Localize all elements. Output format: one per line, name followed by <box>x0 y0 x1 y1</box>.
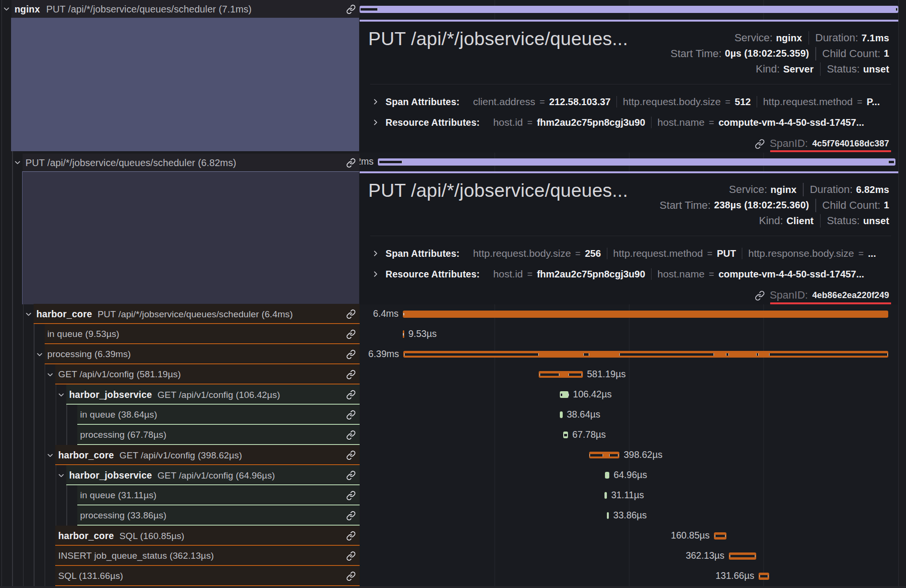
span-link-button[interactable] <box>346 4 356 14</box>
span-row[interactable]: SQL (131.66µs) <box>0 566 360 586</box>
chevron-down-icon <box>58 472 65 479</box>
span-row[interactable]: PUT /api/*/jobservice/queues/scheduler (… <box>0 154 360 171</box>
span-attributes-expander[interactable] <box>372 250 379 257</box>
span-duration-bar[interactable] <box>360 6 898 13</box>
span-link-button[interactable] <box>346 349 356 359</box>
span-operation-name: GET /api/v1/config (398.62µs) <box>120 450 242 460</box>
span-link-button[interactable] <box>346 370 356 379</box>
span-duration-bar[interactable] <box>605 472 610 479</box>
resource-attributes-expander[interactable] <box>372 119 379 126</box>
span-row[interactable]: INSERT job_queue_status (362.13µs) <box>0 546 360 566</box>
span-duration-bar[interactable] <box>729 552 756 560</box>
span-duration-bar[interactable] <box>539 371 583 378</box>
span-link-button[interactable] <box>346 329 356 339</box>
resource-attributes-row: Resource Attributes:host.id=fhm2au2c75pn… <box>372 268 885 280</box>
attribute-separator <box>757 96 758 108</box>
span-duration-bar[interactable] <box>403 330 404 338</box>
meta-key: Status: <box>827 215 859 227</box>
attribute-value: 256 <box>585 248 601 259</box>
attribute-pair: http.request.body.size=512 <box>623 96 750 108</box>
span-duration-bar[interactable] <box>589 452 619 458</box>
span-link-button[interactable] <box>346 309 356 319</box>
span-link-button[interactable] <box>346 430 356 440</box>
span-row[interactable]: nginxPUT /api/*/jobservice/queues/schedu… <box>0 0 360 18</box>
expand-chevron[interactable] <box>58 472 65 479</box>
span-duration-bar[interactable] <box>759 573 769 580</box>
attribute-separator <box>742 248 743 259</box>
span-row[interactable]: in queue (31.11µs) <box>0 485 360 505</box>
selected-span-highlight[interactable] <box>11 18 359 151</box>
span-duration-bar[interactable] <box>378 158 895 166</box>
span-duration-bar[interactable] <box>403 351 888 358</box>
span-row[interactable]: harbor_jobserviceGET /api/v1/config (64.… <box>0 465 360 485</box>
meta-key: Start Time: <box>671 48 722 60</box>
attribute-pair: client.address=212.58.103.37 <box>473 96 611 108</box>
span-link-button[interactable] <box>346 450 356 460</box>
span-duration-bar[interactable] <box>560 411 563 418</box>
expand-chevron[interactable] <box>47 371 54 378</box>
span-meta-block: Service:nginxDuration:7.1msStart Time:0µ… <box>671 32 890 75</box>
span-duration-bar[interactable] <box>560 391 568 398</box>
expand-chevron[interactable] <box>25 311 32 318</box>
span-link-button[interactable] <box>346 410 356 420</box>
span-duration-bar[interactable] <box>607 512 609 519</box>
span-operation-name: PUT /api/*/jobservice/queues/scheduler (… <box>97 309 293 319</box>
bar-uncovered-stripe <box>730 555 755 557</box>
span-link-button[interactable] <box>346 551 356 561</box>
span-row[interactable]: harbor_coreGET /api/v1/config (398.62µs) <box>0 445 360 465</box>
span-row[interactable]: harbor_coreSQL (160.85µs) <box>0 526 360 546</box>
span-duration-bar[interactable] <box>563 432 568 438</box>
span-link-button[interactable] <box>346 470 356 480</box>
span-row[interactable]: processing (67.78µs) <box>0 425 360 445</box>
span-operation-name: processing (33.86µs) <box>80 510 167 520</box>
attribute-pair: host.name=compute-vm-4-4-50-ssd-17457... <box>657 268 864 280</box>
resource-attributes-expander[interactable] <box>372 270 379 278</box>
span-row[interactable]: harbor_corePUT /api/*/jobservice/queues/… <box>0 304 360 324</box>
span-duration-bar[interactable] <box>403 311 888 318</box>
timeline-right-edge <box>898 0 899 588</box>
span-row[interactable]: in queue (38.64µs) <box>0 405 360 425</box>
equals-sign: = <box>857 96 862 107</box>
span-row[interactable]: GET /api/v1/config (581.19µs) <box>0 364 360 384</box>
bar-uncovered-stripe <box>403 313 404 315</box>
expand-chevron[interactable] <box>14 159 21 166</box>
span-link-button[interactable] <box>346 390 356 399</box>
span-duration-bar[interactable] <box>604 492 607 499</box>
equals-sign: = <box>707 248 713 259</box>
equals-sign: = <box>527 269 532 279</box>
span-meta-line: Service:nginxDuration:7.1ms <box>735 32 889 44</box>
span-row[interactable]: processing (6.39ms) <box>0 344 360 364</box>
expand-chevron[interactable] <box>58 391 65 398</box>
attribute-key: http.request.body.size <box>623 96 721 108</box>
span-row-label: processing (6.39ms) <box>48 349 131 360</box>
span-operation-name: PUT /api/*/jobservice/queues/scheduler (… <box>46 4 252 14</box>
spanid-label: SpanID: <box>770 137 808 150</box>
span-link-button[interactable] <box>346 158 356 168</box>
span-row[interactable]: in queue (9.53µs) <box>0 324 360 344</box>
spanid-link-button[interactable] <box>755 139 765 149</box>
span-row-label: processing (67.78µs) <box>80 430 167 440</box>
span-attributes-expander[interactable] <box>372 98 379 106</box>
bar-duration-label: 106.42µs <box>573 389 612 400</box>
span-row[interactable]: processing (33.86µs) <box>0 505 360 526</box>
bar-uncovered-stripe <box>609 454 618 456</box>
expand-chevron[interactable] <box>36 351 43 358</box>
link-icon <box>755 290 765 300</box>
bar-uncovered-stripe <box>404 353 539 356</box>
expand-chevron[interactable] <box>47 452 54 459</box>
span-link-button[interactable] <box>346 491 356 500</box>
meta-value: nginx <box>776 33 802 44</box>
span-link-button[interactable] <box>346 531 356 540</box>
bar-uncovered-stripe <box>715 535 725 537</box>
spanid-link-button[interactable] <box>755 290 765 300</box>
equals-sign: = <box>858 248 864 259</box>
span-operation-name: SQL (160.85µs) <box>120 531 184 541</box>
expand-chevron[interactable] <box>3 5 10 12</box>
span-operation-name: processing (6.39ms) <box>48 349 131 359</box>
span-row[interactable]: harbor_jobserviceGET /api/v1/config (106… <box>0 384 360 405</box>
span-link-button[interactable] <box>346 511 356 520</box>
span-operation-name: SQL (131.66µs) <box>58 571 123 581</box>
span-link-button[interactable] <box>346 571 356 581</box>
selected-span-highlight[interactable] <box>22 171 359 304</box>
span-duration-bar[interactable] <box>714 532 726 540</box>
